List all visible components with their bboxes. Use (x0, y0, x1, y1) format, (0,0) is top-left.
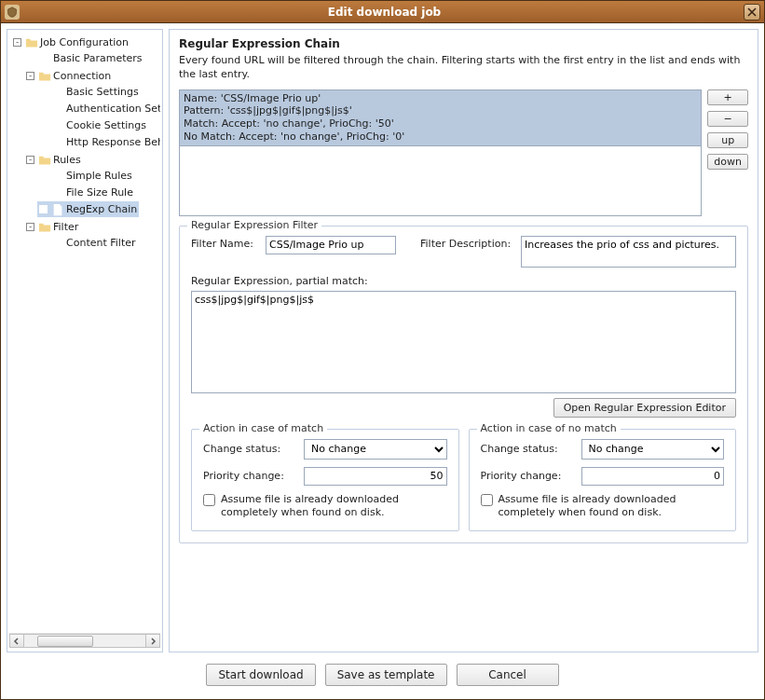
regex-label: Regular Expression, partial match: (191, 275, 736, 287)
tree-label: Basic Parameters (53, 50, 143, 66)
tree-horizontal-scrollbar[interactable] (9, 633, 160, 648)
match-assume-checkbox[interactable] (203, 494, 215, 506)
tree-label: File Size Rule (66, 185, 133, 200)
move-down-button[interactable]: down (707, 154, 748, 170)
nomatch-priority-label: Priority change: (481, 470, 574, 482)
filter-name-row: Filter Name: Filter Description: Increas… (191, 236, 736, 268)
dialog-body: - Job Configuration Basic Parameters -Co… (1, 23, 764, 699)
nomatch-status-label: Change status: (481, 443, 574, 455)
tree-label: Content Filter (66, 235, 136, 251)
tree-label: RegExp Chain (66, 201, 137, 217)
scroll-left-button[interactable] (9, 634, 24, 648)
folder-icon (25, 36, 38, 49)
page-icon (51, 186, 64, 199)
filter-name-input[interactable] (266, 236, 396, 254)
save-as-template-button[interactable]: Save as template (325, 664, 447, 686)
tree-item-simple-rules[interactable]: Simple Rules (37, 168, 134, 184)
panels: - Job Configuration Basic Parameters -Co… (7, 29, 758, 652)
close-button[interactable] (744, 4, 760, 21)
tree-label: Cookie Settings (66, 117, 146, 133)
nomatch-status-select[interactable]: No change (581, 439, 725, 460)
scroll-right-button[interactable] (145, 634, 160, 648)
tree-label: Basic Settings (66, 84, 139, 100)
tree-item-rules[interactable]: -Rules (24, 152, 83, 168)
nomatch-priority-input[interactable] (581, 467, 725, 486)
cancel-button[interactable]: Cancel (457, 664, 559, 686)
tree-label: Simple Rules (66, 168, 132, 184)
tree-item-regexp-chain[interactable]: RegExp Chain (37, 201, 139, 217)
folder-icon (38, 70, 51, 83)
page-icon (51, 170, 64, 183)
tree-item-connection[interactable]: -Connection (24, 68, 113, 84)
nomatch-assume-checkbox[interactable] (481, 494, 493, 506)
nomatch-action-group: Action in case of no match Change status… (469, 429, 737, 532)
tree-label: Http Response Behaviour (66, 134, 160, 150)
dialog-window: Edit download job - Job Configuration (0, 0, 765, 700)
chain-item-line: Name: 'CSS/Image Prio up' (184, 92, 697, 105)
titlebar: Edit download job (1, 1, 764, 23)
chain-list[interactable]: Name: 'CSS/Image Prio up' Pattern: 'css$… (179, 89, 702, 216)
collapse-icon[interactable]: - (26, 223, 34, 231)
match-priority-input[interactable] (304, 467, 447, 486)
folder-icon (38, 221, 51, 234)
tree-label: Rules (53, 152, 81, 168)
regex-filter-group: Regular Expression Filter Filter Name: F… (179, 226, 748, 544)
page-icon (51, 203, 64, 216)
filter-description-label: Filter Description: (420, 236, 513, 250)
page-icon (51, 119, 64, 132)
page-icon (38, 52, 51, 65)
app-icon (5, 5, 20, 20)
chain-row: Name: 'CSS/Image Prio up' Pattern: 'css$… (179, 89, 748, 216)
regex-filter-legend: Regular Expression Filter (187, 219, 321, 231)
nav-tree-panel: - Job Configuration Basic Parameters -Co… (7, 29, 163, 652)
start-download-button[interactable]: Start download (206, 664, 315, 686)
page-icon (51, 136, 64, 149)
actions-row: Action in case of match Change status: N… (191, 423, 736, 532)
nomatch-assume-label: Assume file is already downloaded comple… (499, 493, 725, 520)
nomatch-legend: Action in case of no match (477, 422, 621, 434)
chain-item-line: Pattern: 'css$|jpg$|gif$|png$|js$' (184, 104, 697, 117)
section-title: Regular Expression Chain (179, 37, 748, 50)
tree-item-file-size-rule[interactable]: File Size Rule (37, 185, 135, 200)
tree-label: Connection (53, 68, 111, 84)
tree-label: Authentication Settings (66, 101, 160, 117)
tree-label: Job Configuration (40, 34, 129, 50)
chain-item-line: No Match: Accept: 'no change', PrioChg: … (184, 130, 697, 144)
collapse-icon[interactable]: - (13, 38, 21, 47)
chain-list-item[interactable]: Name: 'CSS/Image Prio up' Pattern: 'css$… (180, 90, 701, 146)
match-status-label: Change status: (203, 443, 296, 455)
tree-item-cookie-settings[interactable]: Cookie Settings (37, 117, 148, 133)
move-up-button[interactable]: up (707, 132, 748, 148)
collapse-icon[interactable]: - (26, 156, 34, 164)
page-icon (51, 86, 64, 99)
tree-label: Filter (53, 219, 78, 235)
remove-chain-button[interactable]: − (707, 111, 748, 127)
filter-description-input[interactable]: Increases the prio of css and pictures. (521, 236, 736, 268)
page-icon (51, 103, 64, 116)
filter-name-label: Filter Name: (191, 236, 258, 250)
folder-icon (38, 154, 51, 167)
window-title: Edit download job (25, 6, 744, 19)
chain-item-line: Match: Accept: 'no change', PrioChg: '50… (184, 117, 697, 130)
tree-item-basic-parameters[interactable]: Basic Parameters (24, 50, 144, 66)
collapse-icon[interactable]: - (26, 72, 34, 80)
tree-root-job-configuration[interactable]: - Job Configuration (11, 34, 130, 50)
match-action-group: Action in case of match Change status: N… (191, 429, 459, 532)
page-icon (51, 237, 64, 250)
tree-item-filter[interactable]: -Filter (24, 219, 80, 235)
add-chain-button[interactable]: + (707, 89, 748, 105)
tree-item-http-response[interactable]: Http Response Behaviour (37, 134, 160, 150)
tree-item-authentication-settings[interactable]: Authentication Settings (37, 101, 160, 117)
scroll-track[interactable] (24, 634, 145, 648)
match-status-select[interactable]: No change (304, 439, 447, 460)
match-priority-label: Priority change: (203, 470, 296, 482)
tree-item-content-filter[interactable]: Content Filter (37, 235, 138, 251)
open-regex-editor-button[interactable]: Open Regular Expression Editor (553, 398, 736, 418)
tree-item-basic-settings[interactable]: Basic Settings (37, 84, 141, 100)
regex-input[interactable]: css$|jpg$|gif$|png$|js$ (191, 291, 736, 393)
dialog-footer: Start download Save as template Cancel (7, 658, 758, 693)
content-panel: Regular Expression Chain Every found URL… (169, 29, 758, 652)
nav-tree: - Job Configuration Basic Parameters -Co… (9, 34, 160, 631)
match-assume-label: Assume file is already downloaded comple… (221, 493, 447, 520)
scroll-thumb[interactable] (37, 636, 93, 647)
